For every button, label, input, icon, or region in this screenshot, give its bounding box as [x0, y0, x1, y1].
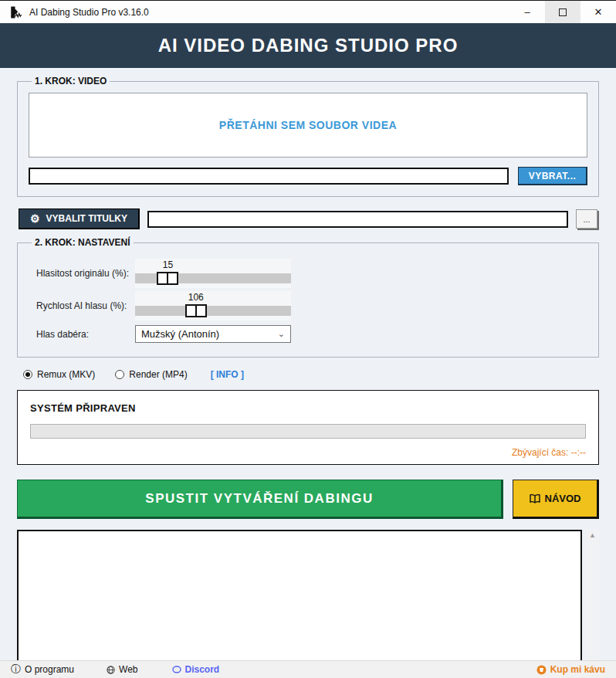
subtitle-path-input[interactable] [147, 211, 568, 228]
speed-slider-thumb[interactable] [185, 304, 207, 317]
voice-setting-row: Hlas dabéra: Mužský (Antonín) ⌄ [36, 325, 580, 343]
title-bar: AI Dabing Studio Pro v3.16.0 – ✕ [0, 0, 616, 23]
step1-group: 1. KROK: VIDEO PŘETÁHNI SEM SOUBOR VIDEA… [17, 76, 599, 197]
discord-link[interactable]: Discord [172, 664, 220, 675]
minimize-button-icon[interactable]: – [509, 1, 545, 23]
video-dropzone[interactable]: PŘETÁHNI SEM SOUBOR VIDEA [29, 93, 587, 158]
action-row: SPUSTIT VYTVÁŘENÍ DABINGU NÁVOD [17, 480, 599, 519]
chevron-down-icon: ⌄ [278, 329, 285, 339]
voice-label: Hlas dabéra: [36, 329, 135, 340]
start-dubbing-button[interactable]: SPUSTIT VYTVÁŘENÍ DABINGU [17, 480, 503, 519]
output-mode-row: Remux (MKV) Render (MP4) [ INFO ] [23, 369, 593, 380]
browse-subtitles-button[interactable]: ... [576, 209, 597, 229]
radio-render-circle[interactable] [115, 370, 124, 379]
window-title: AI Dabing Studio Pro v3.16.0 [29, 7, 149, 18]
app-title: AI VIDEO DABING STUDIO PRO [158, 35, 459, 56]
info-link[interactable]: [ INFO ] [211, 369, 244, 380]
dropzone-label: PŘETÁHNI SEM SOUBOR VIDEA [219, 119, 397, 131]
status-message: SYSTÉM PŘIPRAVEN [30, 402, 586, 414]
maximize-button-icon[interactable] [545, 1, 580, 23]
volume-slider-thumb[interactable] [157, 272, 178, 285]
subtitle-row: ⚙ VYBALIT TITULKY ... [17, 208, 599, 229]
speed-value: 106 [188, 292, 204, 303]
voice-selected-option: Mužský (Antonín) [141, 328, 219, 340]
voice-select[interactable]: Mužský (Antonín) ⌄ [135, 325, 291, 343]
guide-button-label: NÁVOD [545, 493, 581, 504]
coffee-icon [536, 665, 547, 675]
discord-label: Discord [185, 664, 220, 675]
app-header: AI VIDEO DABING STUDIO PRO [0, 23, 616, 68]
volume-label: Hlasitost originálu (%): [36, 268, 135, 279]
log-scrollbar[interactable]: ▲ ▼ [586, 530, 599, 676]
gear-icon: ⚙ [30, 213, 40, 224]
info-icon: ⓘ [11, 663, 21, 676]
close-button-icon[interactable]: ✕ [580, 1, 616, 23]
buy-coffee-label: Kup mi kávu [550, 664, 605, 675]
about-label: O programu [25, 664, 74, 675]
file-row: VYBRAT... [29, 167, 587, 185]
speed-slider-track[interactable] [135, 306, 291, 316]
step2-legend: 2. KROK: NASTAVENÍ [32, 237, 134, 248]
volume-slider[interactable]: 15 [135, 259, 291, 288]
remaining-time: Zbývající čas: --:-- [30, 447, 586, 458]
video-path-input[interactable] [29, 168, 509, 185]
web-label: Web [119, 664, 137, 675]
status-bar: ⓘ O programu Web Discord Kup mi kávu [0, 660, 616, 678]
web-link[interactable]: Web [107, 664, 137, 675]
log-output[interactable] [17, 530, 582, 673]
step1-legend: 1. KROK: VIDEO [32, 76, 110, 86]
radio-remux[interactable]: Remux (MKV) [23, 369, 95, 380]
speed-setting-row: Rychlost AI hlasu (%): 106 [36, 291, 580, 320]
main-content: 1. KROK: VIDEO PŘETÁHNI SEM SOUBOR VIDEA… [0, 76, 616, 676]
about-link[interactable]: ⓘ O programu [11, 663, 74, 676]
scroll-up-icon[interactable]: ▲ [589, 532, 596, 539]
app-icon [9, 5, 23, 19]
discord-icon [172, 666, 181, 673]
speed-slider[interactable]: 106 [135, 291, 291, 320]
log-row: ▲ ▼ [17, 530, 599, 676]
select-video-button[interactable]: VYBRAT... [518, 167, 587, 185]
guide-button[interactable]: NÁVOD [513, 480, 599, 519]
volume-value: 15 [163, 259, 173, 270]
radio-remux-label: Remux (MKV) [37, 369, 95, 380]
buy-coffee-link[interactable]: Kup mi kávu [536, 664, 605, 675]
window-controls: – ✕ [509, 1, 616, 23]
speed-label: Rychlost AI hlasu (%): [36, 300, 135, 311]
status-panel: SYSTÉM PŘIPRAVEN Zbývající čas: --:-- [17, 390, 599, 465]
radio-remux-circle[interactable] [23, 370, 32, 379]
step2-group: 2. KROK: NASTAVENÍ Hlasitost originálu (… [17, 237, 599, 358]
globe-icon [107, 666, 115, 674]
volume-setting-row: Hlasitost originálu (%): 15 [36, 259, 580, 288]
radio-render[interactable]: Render (MP4) [115, 369, 187, 380]
book-icon [530, 494, 540, 503]
extract-subtitles-label: VYBALIT TITULKY [46, 213, 127, 224]
radio-render-label: Render (MP4) [129, 369, 187, 380]
progress-bar [30, 424, 586, 439]
extract-subtitles-button[interactable]: ⚙ VYBALIT TITULKY [19, 208, 140, 229]
